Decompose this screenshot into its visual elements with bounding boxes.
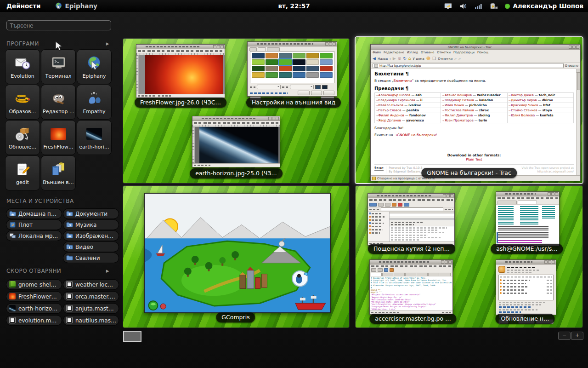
editor-tab[interactable] (382, 273, 393, 276)
recent-item[interactable]: anjuta.mast… (63, 304, 119, 313)
app-tile[interactable]: Образов… (6, 85, 40, 119)
menu-go[interactable]: Отиване (421, 51, 434, 54)
menu-tabs[interactable]: Подпрозорци (453, 51, 475, 54)
app-tile[interactable]: Външен в… (41, 156, 75, 190)
place-item[interactable]: Документи (63, 209, 119, 218)
search-input[interactable] (6, 20, 111, 30)
back-icon[interactable]: ◀ (373, 57, 376, 61)
menu-view[interactable]: Изглед (407, 51, 418, 54)
window-appearance-preferences[interactable] (247, 41, 337, 97)
clock[interactable]: вт, 22:57 (278, 2, 310, 10)
style-dropdown[interactable] (257, 85, 281, 89)
zoom-out-icon[interactable]: ⌕ (458, 57, 461, 61)
app-menu[interactable]: Epiphany (55, 2, 97, 10)
back-dropdown-icon[interactable]: ▾ (390, 58, 391, 60)
window-gimp-earth-horizon[interactable] (192, 116, 280, 167)
plain-text-link[interactable]: Plain Text (466, 157, 482, 161)
place-item[interactable]: Плот (6, 220, 62, 230)
translator-cell: →Явор Доганов — yavorescu (375, 118, 441, 123)
recent-item[interactable]: evolution.m… (6, 316, 62, 325)
gimp-icon (49, 90, 68, 107)
recent-item[interactable]: orca.master.… (63, 292, 119, 301)
recent-item[interactable]: nautilus.mas… (63, 316, 119, 325)
menu-help[interactable]: Помощ (477, 51, 488, 54)
editor-tab[interactable] (428, 273, 439, 276)
editor-tab[interactable] (405, 273, 416, 276)
workspace-indicator[interactable] (123, 331, 141, 342)
terminal-tab[interactable] (498, 201, 517, 204)
color-swatch[interactable] (315, 85, 321, 89)
window-evolution-mail[interactable] (368, 193, 455, 246)
add-button[interactable] (323, 91, 334, 95)
wallpaper-thumbnail (293, 53, 305, 58)
recent-item[interactable]: FreshFlower… (6, 292, 62, 301)
app-tile[interactable]: FreshFlow… (41, 121, 75, 155)
forward-icon[interactable]: ▶ (393, 57, 396, 61)
go-button[interactable]: Отиване (565, 64, 578, 68)
menu-bookmarks[interactable]: Отметки (437, 51, 451, 54)
place-item[interactable]: Домашна п… (6, 209, 62, 218)
music-folder-icon (66, 221, 73, 228)
battery-icon[interactable] (490, 3, 498, 10)
remove-workspace-button[interactable]: − (558, 332, 571, 340)
place-item[interactable]: Свалени (63, 253, 119, 263)
place-item[interactable]: Музика (63, 220, 119, 230)
scrollbar[interactable] (576, 69, 580, 175)
home-icon[interactable]: ⌂ (408, 57, 411, 61)
get-more-button[interactable] (298, 91, 310, 95)
window-software-update[interactable] (496, 259, 556, 315)
network-signal-icon[interactable] (475, 3, 483, 10)
trac-logo[interactable]: trac (374, 166, 384, 171)
app-tile[interactable]: Evolution (6, 50, 40, 84)
app-tile[interactable]: Редактор … (41, 85, 75, 119)
item-label: earth-horizo… (18, 305, 57, 312)
preview-pane (390, 226, 454, 242)
zoom-in-icon[interactable]: ⌕ (454, 57, 457, 61)
reload-icon[interactable]: ↻ (403, 57, 407, 61)
app-tile[interactable]: earth-hori… (77, 121, 111, 155)
menu-edit[interactable]: Редактиране (384, 51, 404, 54)
bulletins-link[interactable]: Бюлетини (394, 79, 412, 83)
window-terminal[interactable] (496, 191, 560, 246)
editor-tab[interactable] (417, 273, 428, 276)
home-label[interactable]: У дома (413, 57, 424, 61)
app-tile[interactable]: Терминал (41, 50, 75, 84)
editor-tab-active[interactable] (371, 273, 382, 276)
color-swatch[interactable] (322, 85, 328, 89)
place-item[interactable]: Видео (63, 242, 119, 252)
editor-tab[interactable] (440, 273, 451, 276)
expand-arrow-icon[interactable]: ▶ (106, 41, 109, 46)
document-icon (66, 293, 73, 300)
editor-tab[interactable] (394, 273, 405, 276)
window-gimp-freshflower[interactable] (136, 44, 225, 98)
window-epiphany-trac[interactable]: GNOME на български! - Trac Файл Редактир… (370, 44, 581, 181)
add-workspace-button[interactable]: + (571, 332, 583, 340)
team-link[interactable]: →GNOME на български! (394, 133, 437, 137)
app-tile[interactable]: gedit (6, 156, 40, 190)
recent-item[interactable]: gnome-shel… (6, 280, 62, 289)
bookmarks-label[interactable]: Отметки (438, 57, 452, 61)
app-tile[interactable]: Обновле… (6, 121, 40, 155)
colors-dropdown[interactable] (290, 85, 314, 89)
place-item[interactable]: Изображен… (63, 231, 119, 241)
terminal-tab-active[interactable] (518, 201, 537, 204)
activities-button[interactable]: Дейности (0, 2, 47, 10)
bookmarks-icon[interactable]: ❏ (432, 57, 436, 61)
user-menu[interactable]: Александър Шопов (505, 2, 583, 10)
window-gedit-po-file[interactable]: # Bulgarian translation of accerciser po… (369, 259, 453, 315)
recent-item[interactable]: weather-loc… (63, 280, 119, 289)
expand-arrow-icon[interactable]: ▶ (106, 269, 109, 273)
back-label[interactable]: Назад (378, 57, 388, 61)
place-item[interactable]: Локална мр… (6, 231, 62, 241)
window-gcompris[interactable] (144, 193, 331, 313)
menu-file[interactable]: Файл (373, 51, 381, 54)
url-bar[interactable]: http://fsa-bg.org/project/gtp (373, 63, 564, 68)
app-tile[interactable]: Empathy (77, 85, 111, 119)
app-tile[interactable]: Epiphany (77, 50, 111, 84)
recent-item[interactable]: earth-horizo… (6, 304, 62, 313)
stop-icon[interactable]: ⊘ (398, 57, 401, 61)
remove-button[interactable] (311, 91, 322, 95)
display-icon[interactable] (444, 3, 452, 10)
smiley-icon[interactable]: ☻ (426, 57, 430, 61)
volume-icon[interactable] (459, 3, 468, 10)
